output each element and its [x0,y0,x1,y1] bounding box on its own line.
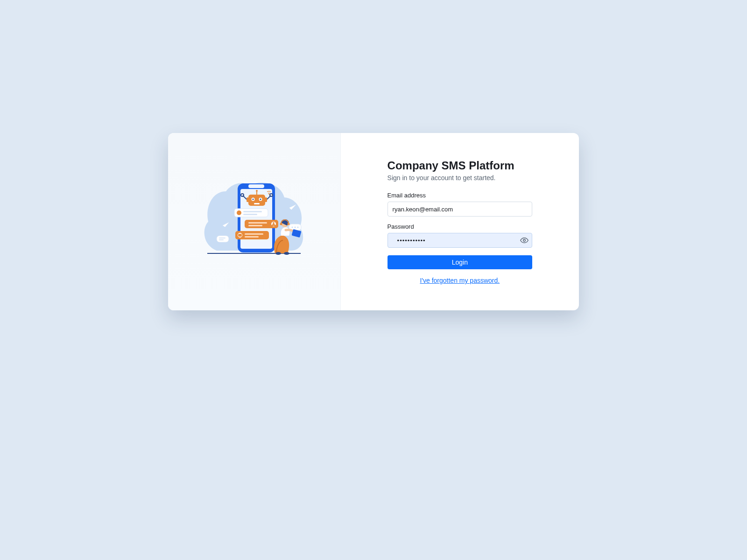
password-field-group: Password [388,223,532,248]
email-label: Email address [388,192,532,199]
svg-point-44 [275,252,281,255]
svg-point-11 [260,199,261,200]
password-input-wrap [388,233,532,248]
password-label: Password [388,223,532,230]
page-title: Company SMS Platform [388,159,532,172]
svg-rect-31 [245,233,263,235]
svg-rect-37 [217,236,229,242]
svg-rect-22 [243,214,257,215]
svg-point-10 [253,199,254,200]
password-input[interactable] [393,233,520,247]
svg-rect-12 [254,203,260,204]
svg-point-36 [297,227,299,228]
eye-icon[interactable] [520,236,529,245]
email-field-group: Email address [388,192,532,217]
email-input[interactable] [388,202,532,217]
svg-point-46 [523,239,526,242]
svg-rect-39 [219,239,224,240]
forgot-password-row: I've forgotten my password. [388,277,532,284]
svg-point-35 [295,227,296,228]
svg-point-20 [237,210,241,215]
svg-point-42 [280,223,282,225]
svg-rect-21 [243,211,262,212]
svg-point-45 [284,252,289,255]
svg-rect-30 [238,234,242,237]
svg-rect-7 [265,197,267,202]
login-form-panel: Company SMS Platform Sign in to your acc… [341,133,579,310]
login-button[interactable]: Login [388,255,532,269]
forgot-password-link[interactable]: I've forgotten my password. [420,277,500,284]
svg-rect-26 [248,222,267,224]
svg-rect-3 [248,184,264,188]
svg-point-25 [273,222,275,224]
svg-rect-38 [219,238,226,238]
illustration-panel [168,133,341,310]
svg-rect-6 [247,197,249,202]
svg-point-4 [268,194,269,195]
svg-point-34 [292,227,293,228]
chatbot-illustration [198,175,310,268]
svg-rect-27 [248,225,262,226]
svg-rect-32 [245,236,259,238]
svg-point-14 [256,190,258,192]
login-card: Company SMS Platform Sign in to your acc… [168,133,579,310]
page-subtitle: Sign in to your account to get started. [388,174,532,182]
svg-point-43 [288,223,290,225]
